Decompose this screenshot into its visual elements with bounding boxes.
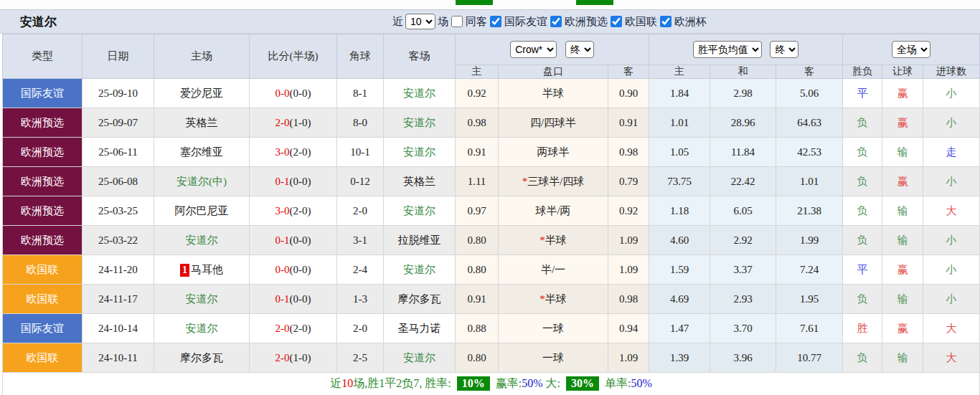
match-score: 0-1(0-0) [250, 226, 337, 255]
line-text: 半球 [545, 234, 567, 246]
home-team-name: 阿尔巴尼亚 [175, 205, 229, 216]
avg-away: 1.95 [776, 285, 843, 314]
match-type-badge: 欧洲预选 [3, 196, 83, 226]
result-goals: 小 [923, 108, 980, 138]
rank-badge: 1 [180, 264, 189, 277]
home-team-name: 安道尔 [186, 234, 218, 246]
col-header-away: 客场 [384, 34, 456, 79]
sub-header-wdl: 胜负 [843, 65, 882, 79]
line-text: 四/四球半 [530, 117, 576, 128]
match-score: 2-0(2-0) [250, 314, 337, 343]
match-date: 25-03-25 [83, 196, 154, 226]
match-type-badge: 欧洲预选 [3, 167, 83, 196]
home-team: 爱沙尼亚 [154, 79, 250, 108]
odds-away: 1.09 [608, 226, 649, 255]
col-header-home: 主场 [154, 34, 250, 79]
avg-home: 1.39 [649, 343, 710, 373]
match-date: 24-10-11 [83, 343, 154, 373]
summary-recent: 近 [330, 377, 341, 389]
match-type-badge: 欧洲预选 [3, 108, 83, 138]
result-handicap: 输 [882, 138, 923, 167]
recent-label: 近 [392, 15, 403, 29]
avg-time-select[interactable]: 终 [770, 41, 798, 58]
match-type-badge: 欧国联 [3, 343, 83, 373]
line-text: 两球半 [537, 146, 570, 158]
result-wdl: 负 [843, 138, 882, 167]
match-score: 0-1(0-0) [250, 167, 337, 196]
sub-header-avg-away: 客 [776, 65, 843, 79]
away-team-name: 安道尔 [403, 87, 435, 99]
away-team: 安道尔 [384, 196, 456, 226]
result-wdl: 负 [843, 285, 882, 314]
filter-checkbox-friendly[interactable] [490, 16, 501, 27]
filter-checkbox-euro-qual[interactable] [550, 16, 562, 27]
avg-home: 1.47 [649, 314, 710, 343]
line-text: 一球 [542, 352, 564, 363]
halftime-score: (0-0) [290, 87, 311, 99]
odds-home: 0.91 [456, 138, 499, 167]
recent-count-select[interactable]: 10 [405, 14, 435, 29]
odds-home: 0.98 [456, 108, 499, 138]
result-handicap: 输 [882, 226, 923, 255]
result-wdl: 负 [843, 343, 882, 373]
big-rate-label: 大: [546, 377, 560, 389]
matches-label: 场 [438, 15, 448, 29]
avg-home: 73.75 [649, 167, 710, 196]
handicap-line: 四/四球半 [499, 108, 608, 138]
filter-checkbox-euro-cup[interactable] [660, 16, 672, 27]
avg-away: 42.53 [776, 138, 843, 167]
result-goals: 走 [923, 138, 980, 167]
odds-home: 0.91 [456, 285, 499, 314]
match-date: 25-09-07 [83, 108, 154, 138]
odds-away: 0.92 [608, 196, 649, 226]
avg-home: 1.05 [649, 138, 710, 167]
sub-header-odds-away: 客 [608, 65, 649, 79]
odds-away: 0.90 [608, 79, 649, 108]
result-wdl: 负 [843, 167, 882, 196]
handicap-rate-label: 赢率: [496, 377, 522, 389]
team-history-panel: 安道尔 近 10 场 同客 国际友谊 欧洲预选 欧国联 欧洲杯 [0, 9, 980, 395]
avg-type-select[interactable]: 胜平负均值 [693, 41, 762, 58]
avg-draw: 22.42 [710, 167, 776, 196]
away-team: 圣马力诺 [384, 314, 456, 343]
avg-away: 7.61 [776, 314, 843, 343]
match-type-badge: 欧洲预选 [3, 226, 83, 255]
match-score: 3-0(2-0) [250, 138, 337, 167]
avg-home: 1.01 [649, 108, 710, 138]
odds-away: 1.09 [608, 343, 649, 373]
avg-draw: 2.92 [710, 226, 776, 255]
odds-time-select[interactable]: 终 [565, 41, 594, 58]
avg-away: 1.01 [776, 167, 843, 196]
home-team-name: 安道尔 [186, 293, 218, 305]
single-rate-label: 单率: [605, 377, 631, 389]
filter-checkbox-nations-league[interactable] [611, 16, 622, 27]
table-row: 欧洲预选25-06-11塞尔维亚3-0(2-0)10-1安道尔0.91两球半0.… [3, 138, 980, 167]
halftime-score: (2-0) [290, 146, 311, 158]
title-bar: 安道尔 近 10 场 同客 国际友谊 欧洲预选 欧国联 欧洲杯 [0, 10, 980, 34]
match-date: 24-11-17 [83, 285, 154, 314]
filter-controls: 近 10 场 同客 国际友谊 欧洲预选 欧国联 欧洲杯 [392, 14, 707, 29]
fulltime-score: 3-0 [275, 146, 290, 158]
handicap-line: *半球 [499, 226, 608, 255]
match-date: 24-11-20 [83, 255, 154, 285]
result-scope-select[interactable]: 全场 [892, 41, 930, 58]
avg-home: 1.59 [649, 255, 710, 285]
odds-away: 0.91 [608, 108, 649, 138]
corners: 2-0 [337, 314, 384, 343]
result-goals: 大 [923, 196, 980, 226]
match-type-badge: 国际友谊 [3, 314, 83, 343]
match-type-badge: 欧国联 [3, 285, 83, 314]
halftime-score: (1-0) [290, 117, 311, 128]
line-text: 半球 [545, 293, 567, 305]
same-opponent-label: 同客 [466, 15, 487, 29]
line-text: 三球半/四球 [527, 176, 584, 187]
same-opponent-checkbox[interactable] [451, 16, 463, 27]
filter-label-euro-cup: 欧洲杯 [674, 15, 707, 29]
away-team-name: 安道尔 [403, 264, 435, 275]
away-team: 安道尔 [384, 138, 456, 167]
home-team-name: 摩尔多瓦 [180, 352, 223, 363]
odds-company-select[interactable]: Crow* [510, 41, 557, 58]
table-row: 欧洲预选25-06-08安道尔(中)0-1(0-0)0-12英格兰1.11*三球… [3, 167, 980, 196]
away-team: 安道尔 [384, 108, 456, 138]
odds-home: 0.80 [456, 343, 499, 373]
